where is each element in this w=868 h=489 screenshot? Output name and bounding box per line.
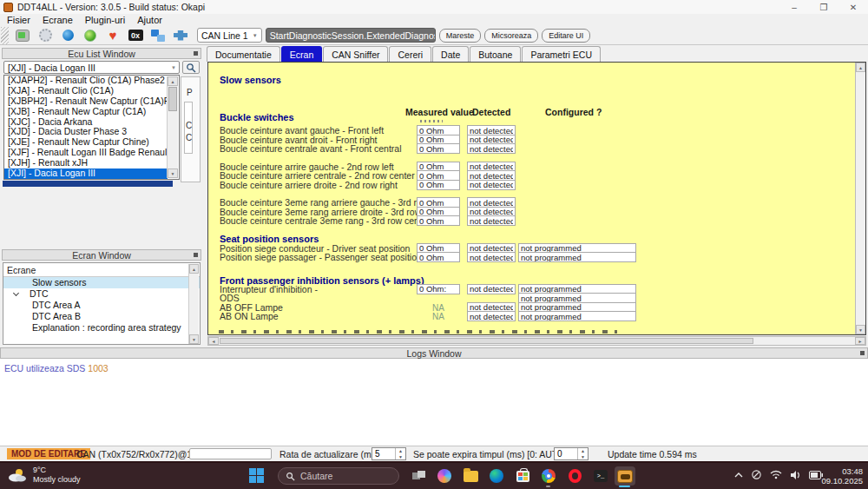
chrome-button[interactable] — [538, 466, 559, 486]
valve-plugin-icon[interactable] — [171, 28, 190, 43]
ecu-list-item[interactable]: [XJA] - Renault Clio (C1A) — [4, 86, 168, 96]
logs-window-header[interactable]: Logs Window — [0, 347, 868, 359]
scroll-thumb[interactable] — [220, 338, 753, 344]
settings-gear-icon[interactable] — [36, 28, 55, 43]
measured-value-field[interactable] — [417, 180, 460, 190]
muted-blocked-icon[interactable] — [751, 469, 762, 480]
tab-butoane[interactable]: Butoane — [470, 46, 521, 62]
file-explorer-button[interactable] — [460, 466, 481, 486]
ecu-list-item[interactable]: [XJE] - Renault New Captur Chine) — [4, 137, 168, 148]
chevron-down-icon[interactable] — [13, 290, 19, 296]
ecran-tree-scrollbar[interactable]: ▲ ▼ — [188, 264, 199, 344]
scroll-up-icon[interactable]: ▲ — [856, 63, 865, 72]
taskbar-search[interactable] — [278, 467, 399, 485]
measured-value-field[interactable] — [417, 215, 460, 226]
ecu-list-item[interactable]: [XJH] - Renault xJH — [4, 158, 168, 169]
rate-value[interactable] — [372, 448, 395, 459]
spinner-arrows[interactable]: ▲▼ — [395, 448, 405, 459]
ecu-connect-icon[interactable] — [13, 28, 32, 43]
close-button[interactable]: ✕ — [838, 0, 868, 14]
scroll-down-icon[interactable]: ▼ — [189, 334, 199, 344]
diagnostics-heartbeat-icon[interactable]: ♥ — [103, 28, 122, 43]
tab-can-sniffer[interactable]: CAN Sniffer — [323, 46, 388, 62]
ecu-list-item-selected[interactable]: [XJI] - Dacia Logan III — [4, 169, 168, 179]
diagnostic-session-select[interactable]: StartDiagnosticSession.ExtendedDiagnosti… — [266, 28, 436, 43]
tab-documentatie[interactable]: Documentatie — [207, 46, 280, 62]
screen-horizontal-scrollbar[interactable]: ◄ ► — [207, 336, 866, 346]
dock-pin-icon[interactable] — [194, 253, 198, 257]
menu-ecrane[interactable]: Ecrane — [43, 15, 73, 25]
ecu-select-combo[interactable]: [XJI] - Dacia Logan III ▼ — [3, 61, 180, 74]
ecu-list-item[interactable]: [XJBPH2] - Renault New Captur (C1A)Ph2 — [4, 96, 168, 107]
search-input[interactable] — [300, 471, 383, 481]
can-line-select[interactable]: CAN Line 1▼ — [197, 28, 262, 43]
timeout-spinner[interactable]: ▲▼ — [554, 447, 589, 460]
ecu-search-button[interactable] — [182, 61, 200, 74]
screen-vertical-scrollbar[interactable]: ▲ ▼ — [855, 63, 865, 334]
detected-field[interactable] — [467, 252, 516, 262]
configured-field[interactable] — [518, 252, 636, 262]
detected-field[interactable] — [467, 311, 516, 321]
minimize-button[interactable]: – — [779, 0, 809, 14]
ecran-window-header[interactable]: Ecran Window — [2, 249, 201, 261]
wifi-icon[interactable] — [770, 470, 782, 479]
detected-field[interactable] — [467, 143, 516, 154]
edit-ui-button[interactable]: Editare UI — [542, 29, 590, 43]
menu-plugin-uri[interactable]: Plugin-uri — [85, 15, 125, 25]
scroll-left-icon[interactable]: ◄ — [208, 337, 219, 345]
edge-button[interactable] — [486, 466, 507, 486]
ecu-list-item[interactable]: [XJF] - Renault Logan III Badge Renault — [4, 148, 168, 158]
spinner-arrows[interactable]: ▲▼ — [577, 448, 588, 459]
ecu-list-scrollbar[interactable]: ▲ ▼ — [167, 76, 178, 178]
rate-spinner[interactable]: ▲▼ — [372, 447, 406, 460]
dock-pin-icon[interactable] — [194, 51, 198, 56]
copilot-button[interactable] — [434, 466, 455, 486]
opera-button[interactable] — [564, 466, 585, 486]
refresh-icon[interactable] — [81, 28, 100, 43]
ecu-list-window-header[interactable]: Ecu List Window — [2, 48, 201, 59]
scroll-down-icon[interactable]: ▼ — [856, 325, 865, 334]
scroll-right-icon[interactable]: ► — [855, 337, 865, 345]
detected-field[interactable] — [467, 180, 516, 190]
zoom-in-button[interactable]: Mareste — [439, 29, 482, 43]
ddt4all-taskbar-button[interactable] — [615, 466, 635, 486]
column-resize-handle[interactable] — [420, 120, 443, 122]
ecu-list-item[interactable]: [XJD] - Dacia Duster Phase 3 — [4, 127, 168, 137]
tree-item-explanation[interactable]: Explanation : recording area strategy — [3, 322, 200, 334]
measured-value-field[interactable] — [417, 143, 460, 154]
measured-value-field[interactable] — [417, 252, 460, 262]
scroll-up-icon[interactable]: ▲ — [189, 264, 199, 274]
volume-icon[interactable] — [790, 470, 801, 480]
tree-item-slow-sensors[interactable]: Slow sensors — [3, 277, 200, 288]
task-view-button[interactable] — [408, 466, 429, 486]
weather-widget[interactable]: 9°C Mostly cloudy — [7, 466, 81, 485]
tree-item-dtc[interactable]: DTC — [3, 288, 200, 300]
ecu-list-item[interactable]: [XJB] - Renault New Captur (C1A) — [4, 107, 168, 117]
store-button[interactable] — [512, 466, 533, 486]
ecu-list-item[interactable]: [XJAPH2] - Renault Clio (C1A) Phase2 — [4, 76, 168, 86]
menu-ajutor[interactable]: Ajutor — [137, 15, 162, 25]
restore-button[interactable]: ❐ — [809, 0, 838, 14]
scan-target-icon[interactable] — [58, 28, 77, 43]
toolbar-grip[interactable] — [1, 27, 9, 44]
scroll-thumb[interactable] — [168, 87, 177, 111]
tab-ecran[interactable]: Ecran — [281, 46, 322, 62]
spin-down-icon[interactable]: ▼ — [396, 454, 405, 460]
tray-chevron-up-icon[interactable] — [734, 472, 743, 479]
ecu-list-item[interactable]: [XJC] - Dacia Arkana — [4, 117, 168, 128]
screens-icon[interactable] — [148, 28, 168, 43]
spin-down-icon[interactable]: ▼ — [578, 454, 588, 460]
tab-parametri-ecu[interactable]: Parametri ECU — [522, 46, 601, 62]
tab-cereri[interactable]: Cereri — [389, 46, 431, 62]
timeout-value[interactable] — [555, 448, 577, 459]
tree-item-dtc-area-a[interactable]: DTC Area A — [3, 300, 200, 311]
dock-pin-icon[interactable] — [860, 351, 865, 355]
scroll-up-icon[interactable]: ▲ — [168, 76, 178, 86]
tab-date[interactable]: Date — [432, 46, 469, 62]
scroll-down-icon[interactable]: ▼ — [168, 169, 178, 178]
zoom-out-button[interactable]: Micsoreaza — [484, 29, 538, 43]
tree-item-dtc-area-b[interactable]: DTC Area B — [3, 311, 200, 322]
start-button[interactable] — [249, 468, 265, 484]
status-field[interactable] — [189, 448, 272, 459]
terminal-button[interactable]: >_ — [590, 466, 611, 486]
